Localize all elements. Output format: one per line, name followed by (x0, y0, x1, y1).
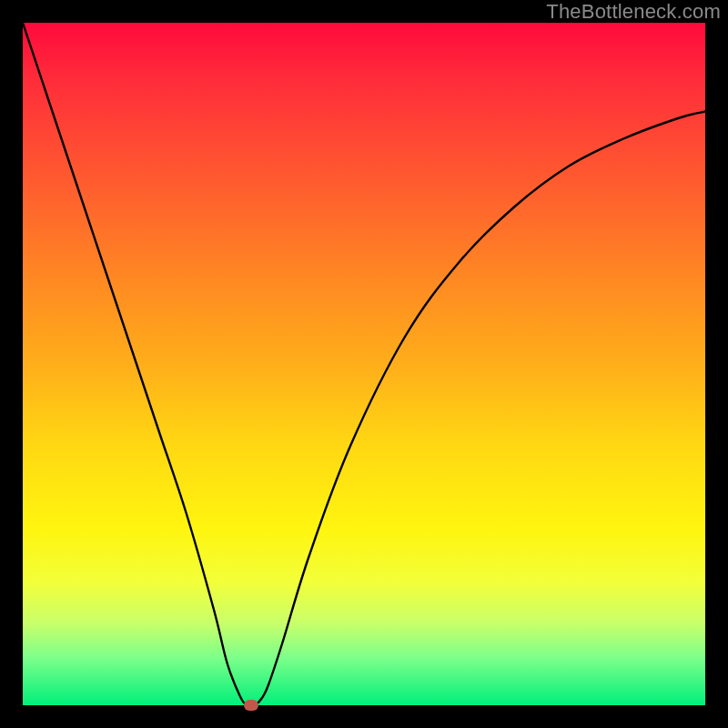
bottleneck-curve (23, 23, 705, 705)
watermark-text: TheBottleneck.com (546, 0, 721, 24)
plot-area (23, 23, 705, 705)
optimal-point-marker (244, 700, 258, 711)
chart-frame: TheBottleneck.com (0, 0, 728, 728)
